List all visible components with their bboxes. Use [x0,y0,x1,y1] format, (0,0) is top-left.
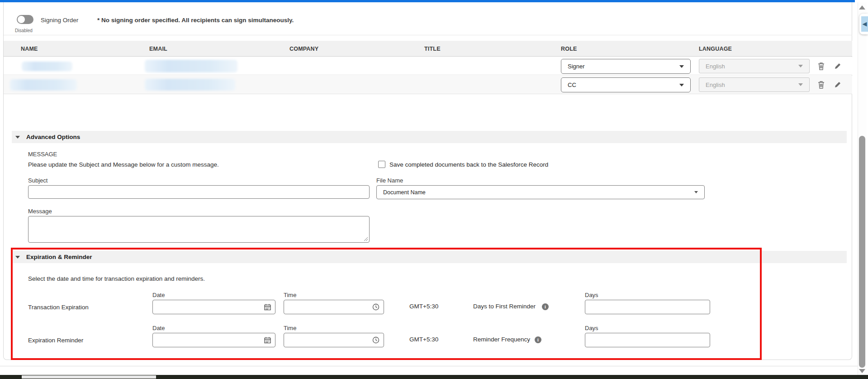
date-label: Date [152,292,165,298]
chevron-down-icon [798,83,803,86]
message-textarea[interactable] [28,216,370,243]
role-select-value: CC [568,82,576,88]
trash-icon [818,62,825,70]
days-label: Days [585,325,598,331]
chevron-down-icon [679,65,684,68]
time-input[interactable] [284,333,384,347]
subject-input[interactable] [28,185,370,199]
col-header-company: COMPANY [289,46,318,52]
pencil-icon [834,62,841,70]
date-label: Date [152,325,165,331]
resize-grip-icon[interactable] [364,237,368,241]
horizontal-scrollbar-thumb-bottom[interactable] [22,375,156,379]
info-icon[interactable]: i [535,336,541,343]
days-input[interactable] [585,300,710,314]
role-select-value: Signer [568,63,585,70]
subject-label: Subject [28,177,47,184]
calendar-icon[interactable] [264,304,271,311]
signing-order-toggle[interactable] [17,15,33,24]
save-to-salesforce-checkbox[interactable] [378,161,385,168]
reminder-frequency-label: Reminder Frequency [473,336,530,343]
chevron-down-icon [679,84,684,86]
language-select-value: English [706,82,725,88]
language-select[interactable]: English [699,59,810,73]
message-label: Message [28,208,52,215]
signing-order-state: Disabled [15,28,33,33]
col-header-language: LANGUAGE [699,46,732,52]
role-select[interactable]: CC [561,77,691,92]
delete-recipient-button[interactable] [816,62,825,71]
col-header-title: TITLE [424,46,441,52]
pencil-icon [834,81,841,88]
redacted-name-value [10,79,77,91]
bottom-divider [0,366,858,366]
clock-icon[interactable] [372,303,379,311]
timezone-label: GMT+5:30 [409,336,438,343]
first-reminder-label: Days to First Reminder [473,303,536,310]
file-name-select[interactable]: Document Name [376,185,705,199]
info-icon[interactable]: i [542,303,549,310]
toggle-knob [18,16,25,23]
time-label: Time [284,292,296,298]
redacted-name-value [22,62,72,71]
scroll-up-arrow-icon[interactable] [859,5,865,10]
message-heading: MESSAGE [28,151,57,158]
date-input[interactable] [152,300,275,314]
scroll-down-arrow-icon[interactable] [859,369,865,373]
days-label: Days [585,292,598,298]
delete-recipient-button[interactable] [816,80,825,89]
signing-order-note: * No signing order specified. All recipi… [97,17,294,24]
row-label: Expiration Reminder [28,337,83,344]
time-input[interactable] [284,300,384,314]
days-input[interactable] [585,333,710,347]
section-title: Advanced Options [26,134,80,140]
chevron-down-icon [798,65,803,67]
expiration-description: Select the date and time for transaction… [28,275,205,282]
clock-icon[interactable] [372,336,379,344]
edit-recipient-button[interactable] [833,80,842,89]
redacted-email-value [145,60,237,72]
edit-recipient-button[interactable] [833,62,842,71]
row-label: Transaction Expiration [28,304,89,311]
trash-icon [818,81,825,89]
collapse-arrow-icon [15,136,20,139]
vertical-scrollbar-thumb[interactable] [859,136,865,368]
file-name-select-value: Document Name [383,189,426,196]
timezone-label: GMT+5:30 [409,303,438,310]
role-select[interactable]: Signer [561,59,691,74]
file-name-label: File Name [376,177,403,184]
col-header-role: ROLE [561,46,577,52]
redacted-email-value [145,79,235,91]
col-header-name: NAME [21,46,38,52]
time-label: Time [284,325,296,331]
advanced-options-section-header[interactable]: Advanced Options [12,131,847,143]
save-to-salesforce-label: Save completed documents back to the Sal… [389,161,548,168]
language-select-value: English [706,63,725,70]
language-select[interactable]: English [699,77,810,92]
divider [4,35,852,35]
chevron-down-icon [694,191,698,193]
chevron-left-icon[interactable]: ◀ [861,16,868,32]
signing-order-label: Signing Order [41,17,78,24]
message-description: Please update the Subject and Message be… [28,161,219,168]
col-header-email: EMAIL [149,46,167,52]
date-input[interactable] [152,333,275,347]
calendar-icon[interactable] [264,337,271,344]
